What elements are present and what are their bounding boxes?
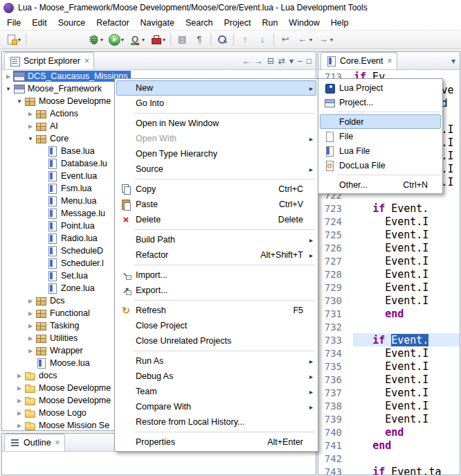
code-line-739[interactable]: 739 Event.I: [318, 412, 460, 425]
code-line-740[interactable]: 740 end: [318, 425, 460, 439]
menu-item-restore-from-local-history[interactable]: Restore from Local History...: [116, 414, 316, 430]
menubar-item-search[interactable]: Search: [180, 17, 219, 29]
code-line-743[interactable]: 743 if Event.ta: [318, 465, 460, 475]
code-line-728[interactable]: 728 Event.I: [318, 267, 460, 281]
menu-item-run-as[interactable]: Run As▸: [116, 353, 316, 369]
line-number[interactable]: 728: [318, 269, 347, 280]
next-button[interactable]: ↓: [254, 32, 271, 48]
tree-collapsed-arrow-icon[interactable]: ▶: [26, 310, 35, 317]
tree-expanded-arrow-icon[interactable]: ▼: [26, 136, 35, 142]
menu-item-open-in-new-window[interactable]: Open in New Window: [116, 116, 316, 131]
coverage-button[interactable]: Q▾: [127, 32, 147, 48]
line-number[interactable]: 742: [318, 453, 347, 464]
menu-item-project[interactable]: Project...: [320, 95, 441, 109]
tree-collapsed-arrow-icon[interactable]: ▶: [26, 123, 35, 130]
menu-item-other[interactable]: Other...Ctrl+N: [320, 177, 441, 192]
link-with-editor-icon[interactable]: ⇄: [278, 57, 285, 65]
close-icon[interactable]: ×: [388, 58, 392, 64]
code-line-729[interactable]: 729 Event.I: [318, 281, 460, 294]
menu-item-file[interactable]: File: [320, 129, 441, 143]
line-number[interactable]: 731: [318, 308, 347, 319]
tree-collapsed-arrow-icon[interactable]: ▶: [15, 385, 24, 391]
menubar-item-run[interactable]: Run: [256, 17, 283, 29]
menubar-item-window[interactable]: Window: [283, 17, 325, 29]
menubar-item-project[interactable]: Project: [219, 17, 257, 29]
debug-button[interactable]: ▾: [85, 32, 105, 48]
line-number[interactable]: 734: [318, 348, 347, 359]
external-tools-button[interactable]: ▾: [147, 32, 168, 48]
view-menu-icon[interactable]: ▾: [289, 57, 293, 65]
menu-item-close-unrelated-projects[interactable]: Close Unrelated Projects: [116, 333, 316, 349]
tree-collapsed-arrow-icon[interactable]: ▶: [26, 111, 35, 117]
line-number[interactable]: 730: [318, 295, 347, 306]
code-line-742[interactable]: 742: [318, 452, 460, 465]
code-line-724[interactable]: 724 Event.I: [318, 215, 460, 228]
code-line-730[interactable]: 730 Event.I: [318, 294, 460, 307]
menu-item-source[interactable]: Source▸: [116, 161, 316, 177]
tree-collapsed-arrow-icon[interactable]: ▶: [15, 410, 24, 416]
menu-item-go-into[interactable]: Go Into: [116, 96, 316, 111]
line-number[interactable]: 740: [318, 427, 347, 438]
new-button[interactable]: ▾: [3, 32, 23, 48]
menubar-item-source[interactable]: Source: [53, 17, 91, 29]
menu-item-debug-as[interactable]: Debug As▸: [116, 369, 316, 384]
line-number[interactable]: 733: [318, 335, 347, 346]
code-line-736[interactable]: 736 Event.I: [318, 373, 460, 386]
forward-icon[interactable]: →: [255, 57, 263, 65]
line-number[interactable]: 729: [318, 282, 347, 293]
menu-item-build-path[interactable]: Build Path▸: [116, 232, 316, 247]
line-number[interactable]: 743: [318, 466, 347, 475]
line-number[interactable]: 739: [318, 414, 347, 425]
menubar-item-edit[interactable]: Edit: [26, 17, 53, 29]
code-line-737[interactable]: 737 Event.I: [318, 386, 460, 399]
menu-item-open-with[interactable]: Open With▸: [116, 131, 316, 146]
menu-item-properties[interactable]: PropertiesAlt+Enter: [116, 434, 316, 450]
menu-item-export[interactable]: ↗Export...: [116, 283, 316, 298]
tab-script-explorer[interactable]: Script Explorer ×: [4, 52, 94, 69]
menu-item-compare-with[interactable]: Compare With▸: [116, 399, 316, 414]
line-number[interactable]: 737: [318, 387, 347, 398]
comment-button[interactable]: ¶: [191, 32, 208, 48]
menu-item-lua-file[interactable]: Lua File: [320, 143, 441, 158]
code-line-734[interactable]: 734 Event.I: [318, 346, 460, 360]
line-number[interactable]: 727: [318, 256, 347, 267]
menu-item-close-project[interactable]: Close Project: [116, 318, 316, 333]
tree-collapsed-arrow-icon[interactable]: ▶: [26, 335, 35, 342]
code-line-735[interactable]: 735 Event.I: [318, 360, 460, 373]
line-number[interactable]: 725: [318, 229, 347, 240]
minimize-icon[interactable]: –: [298, 57, 302, 65]
close-icon[interactable]: ×: [84, 58, 89, 64]
menu-item-doclua-file[interactable]: DocLua File: [320, 158, 441, 173]
prev-button[interactable]: ↑: [237, 32, 253, 48]
code-line-723[interactable]: 723 if Event.: [318, 202, 460, 215]
menubar-item-file[interactable]: File: [1, 17, 26, 29]
tree-collapsed-arrow-icon[interactable]: ▶: [26, 348, 35, 354]
menubar-item-navigate[interactable]: Navigate: [135, 17, 180, 29]
code-line-726[interactable]: 726 Event.I: [318, 241, 460, 254]
tab-overflow-chevron-icon[interactable]: ▾: [451, 57, 455, 65]
menubar-item-refactor[interactable]: Refactor: [91, 17, 134, 29]
tree-collapsed-arrow-icon[interactable]: ▶: [3, 73, 13, 80]
tab-core-event[interactable]: Core.Event ×: [320, 52, 397, 69]
menu-item-refactor[interactable]: RefactorAlt+Shift+T▸: [116, 247, 316, 263]
menubar-item-help[interactable]: Help: [325, 17, 354, 29]
line-number[interactable]: 741: [318, 440, 347, 451]
line-number[interactable]: 724: [318, 216, 347, 227]
forward-button[interactable]: →▾: [315, 32, 335, 48]
tree-collapsed-arrow-icon[interactable]: ▶: [26, 323, 35, 329]
tree-collapsed-arrow-icon[interactable]: ▶: [26, 298, 35, 304]
tree-collapsed-arrow-icon[interactable]: ▶: [15, 373, 24, 379]
line-number[interactable]: 738: [318, 400, 347, 412]
maximize-icon[interactable]: □: [307, 57, 311, 65]
line-number[interactable]: 736: [318, 374, 347, 385]
code-line-732[interactable]: 732: [318, 320, 460, 333]
luadoc-button[interactable]: ▤: [174, 32, 190, 48]
back-button[interactable]: ←▾: [294, 32, 314, 48]
menu-item-open-type-hierarchy[interactable]: Open Type Hierarchy: [116, 146, 316, 161]
tree-expanded-arrow-icon[interactable]: ▼: [3, 86, 13, 92]
code-line-733[interactable]: 733 if Event.: [318, 333, 460, 346]
menu-item-folder[interactable]: Folder: [320, 114, 441, 129]
menu-item-copy[interactable]: CopyCtrl+C: [116, 182, 316, 197]
close-icon[interactable]: ×: [55, 439, 60, 446]
tree-collapsed-arrow-icon[interactable]: ▶: [15, 398, 24, 404]
